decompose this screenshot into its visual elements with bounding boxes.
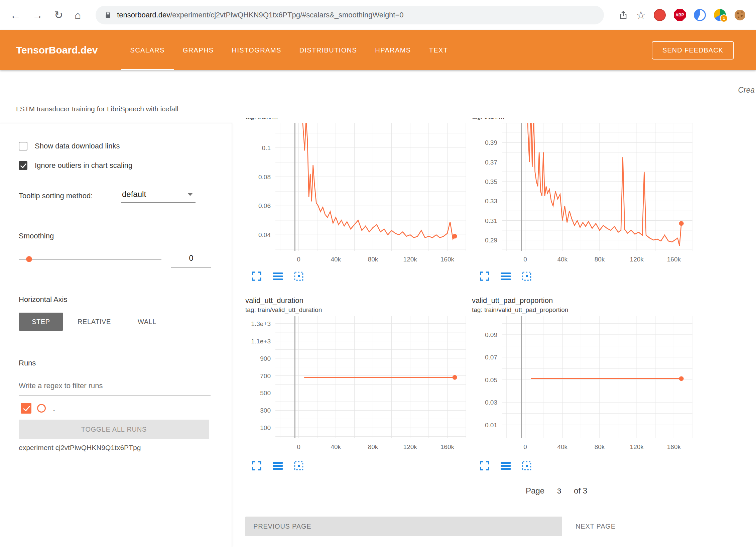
smoothing-slider-handle[interactable] <box>26 256 32 262</box>
svg-text:120k: 120k <box>630 443 644 450</box>
tab-distributions[interactable]: DISTRIBUTIONS <box>290 30 366 70</box>
extension-pie-icon[interactable] <box>694 9 706 21</box>
line-chart[interactable]: 1003005007009001.1e+31.3e+3040k80k120k16… <box>245 316 466 453</box>
chart-svg[interactable]: 1003005007009001.1e+31.3e+3040k80k120k16… <box>245 316 466 453</box>
toggle-y-axis-icon[interactable] <box>273 271 283 281</box>
reload-button[interactable]: ↻ <box>54 10 63 20</box>
extension-adblock-icon[interactable] <box>654 9 666 21</box>
main-nav: SCALARS GRAPHS HISTOGRAMS DISTRIBUTIONS … <box>121 30 457 70</box>
tab-graphs-label: GRAPHS <box>183 46 214 54</box>
svg-text:160k: 160k <box>440 443 455 450</box>
tensorboard-logo: TensorBoard.dev <box>16 44 98 56</box>
expand-chart-icon[interactable] <box>252 271 262 281</box>
tab-graphs[interactable]: GRAPHS <box>174 30 223 70</box>
chart-svg[interactable]: 0.010.030.050.070.09040k80k120k160k <box>472 316 692 453</box>
svg-text:1.3e+3: 1.3e+3 <box>251 320 271 327</box>
smoothing-value-input[interactable] <box>171 251 211 268</box>
svg-text:0.03: 0.03 <box>485 399 497 406</box>
fit-domain-icon[interactable] <box>294 271 304 281</box>
chart-title: valid_utt_duration <box>245 296 466 306</box>
smoothing-slider[interactable] <box>19 251 161 267</box>
ignore-outliers-checkbox[interactable] <box>19 161 27 170</box>
axis-wall-button[interactable]: WALL <box>135 313 159 331</box>
browser-window: ← → ↻ ⌂ tensorboard.dev/experiment/cj2vt… <box>0 0 756 547</box>
tab-histograms-label: HISTOGRAMS <box>232 46 281 54</box>
charts-panel: tag: train/… 0.040.060.080.1040k80k120k1… <box>232 118 756 547</box>
svg-text:0.01: 0.01 <box>485 422 497 429</box>
send-feedback-button[interactable]: SEND FEEDBACK <box>652 41 734 60</box>
toggle-y-axis-icon[interactable] <box>501 461 511 471</box>
chart-card: tag: train/… 0.290.310.330.350.370.39040… <box>472 118 692 266</box>
app-header: TensorBoard.dev SCALARS GRAPHS HISTOGRAM… <box>0 30 756 70</box>
next-page-button[interactable]: NEXT PAGE <box>574 517 618 536</box>
home-button[interactable]: ⌂ <box>75 10 81 20</box>
fit-domain-icon[interactable] <box>522 461 532 471</box>
svg-text:120k: 120k <box>630 256 644 263</box>
svg-text:0.07: 0.07 <box>485 354 497 361</box>
back-button[interactable]: ← <box>10 10 21 20</box>
expand-chart-icon[interactable] <box>252 461 262 471</box>
toggle-y-axis-icon[interactable] <box>501 271 511 281</box>
expand-chart-icon[interactable] <box>480 271 490 281</box>
show-download-label: Show data download links <box>35 142 120 150</box>
page-number-input[interactable] <box>550 487 569 499</box>
extension-profile-icon[interactable]: 1 <box>714 9 726 21</box>
svg-text:40k: 40k <box>557 443 568 450</box>
svg-text:40k: 40k <box>557 256 568 263</box>
svg-text:0.31: 0.31 <box>485 217 497 224</box>
line-chart[interactable]: 0.040.060.080.1040k80k120k160k <box>245 123 466 266</box>
svg-text:80k: 80k <box>368 443 378 450</box>
extension-badge: 1 <box>720 14 728 22</box>
horizontal-axis-label: Horizontal Axis <box>19 295 68 304</box>
chart-svg[interactable]: 0.040.060.080.1040k80k120k160k <box>245 123 466 266</box>
url-domain: tensorboard.dev <box>117 11 170 19</box>
tab-histograms[interactable]: HISTOGRAMS <box>223 30 290 70</box>
run-list-item[interactable]: . <box>21 403 55 414</box>
runs-filter-input[interactable] <box>19 380 211 396</box>
svg-text:0: 0 <box>297 256 300 263</box>
share-icon[interactable] <box>619 10 628 20</box>
tooltip-sorting-label: Tooltip sorting method: <box>19 192 93 200</box>
chart-tag: tag: train/valid_utt_duration <box>245 306 466 314</box>
line-chart[interactable]: 0.290.310.330.350.370.39040k80k120k160k <box>472 123 692 266</box>
browser-actions: ☆ ABP 1 <box>619 9 746 21</box>
svg-text:40k: 40k <box>331 443 341 450</box>
toggle-y-axis-icon[interactable] <box>273 461 283 471</box>
address-bar[interactable]: tensorboard.dev/experiment/cj2vtPiwQHKN9… <box>96 6 604 24</box>
run-color-icon <box>37 404 46 413</box>
axis-relative-button[interactable]: RELATIVE <box>75 313 114 331</box>
tab-scalars[interactable]: SCALARS <box>121 30 174 70</box>
fit-domain-icon[interactable] <box>522 271 532 281</box>
run-checkbox[interactable] <box>21 403 31 414</box>
tab-hparams[interactable]: HPARAMS <box>366 30 420 70</box>
chart-actions <box>480 271 532 281</box>
tooltip-sorting-dropdown[interactable]: default <box>121 188 196 203</box>
svg-text:80k: 80k <box>595 256 605 263</box>
ignore-outliers-label: Ignore outliers in chart scaling <box>35 161 132 170</box>
tab-text[interactable]: TEXT <box>420 30 457 70</box>
line-chart[interactable]: 0.010.030.050.070.09040k80k120k160k <box>472 316 692 453</box>
chart-card: tag: train/… 0.040.060.080.1040k80k120k1… <box>245 118 466 266</box>
show-download-checkbox[interactable] <box>19 142 27 150</box>
chart-title: valid_utt_pad_proportion <box>472 296 692 306</box>
chart-actions <box>480 461 532 471</box>
svg-text:0.1: 0.1 <box>262 144 271 151</box>
svg-text:120k: 120k <box>403 256 417 263</box>
axis-step-button[interactable]: STEP <box>19 313 63 331</box>
extension-abp-icon[interactable]: ABP <box>674 9 686 21</box>
svg-text:160k: 160k <box>667 256 681 263</box>
chart-svg[interactable]: 0.290.310.330.350.370.39040k80k120k160k <box>472 123 692 266</box>
toggle-all-runs-button[interactable]: TOGGLE ALL RUNS <box>19 420 209 439</box>
fit-domain-icon[interactable] <box>294 461 304 471</box>
chart-tag: tag: train/… <box>472 118 692 121</box>
svg-text:900: 900 <box>260 355 271 362</box>
svg-text:40k: 40k <box>331 256 341 263</box>
bookmark-star-icon[interactable]: ☆ <box>636 10 646 20</box>
pagination: Page of 3 <box>526 486 587 499</box>
cookie-icon[interactable] <box>734 9 746 21</box>
svg-text:0.29: 0.29 <box>485 237 497 244</box>
expand-chart-icon[interactable] <box>480 461 490 471</box>
previous-page-button[interactable]: PREVIOUS PAGE <box>245 517 562 536</box>
forward-button[interactable]: → <box>32 10 43 20</box>
svg-text:120k: 120k <box>403 443 417 450</box>
